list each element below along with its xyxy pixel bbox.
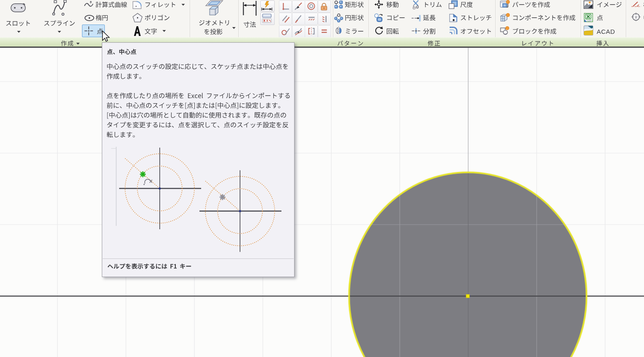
spline-icon <box>50 0 68 16</box>
dropdown-arrow-icon <box>57 30 61 33</box>
mouse-cursor-icon <box>102 30 111 43</box>
vertical-constraint-icon <box>319 14 329 23</box>
ellipse-icon <box>84 15 95 21</box>
dropdown-arrow-icon <box>162 30 166 32</box>
sketch-canvas[interactable] <box>0 48 644 357</box>
equal-constraint-icon <box>319 27 329 36</box>
scale-icon <box>448 0 458 9</box>
tooltip-popup: 点、中心点 中心点のスイッチの設定に応じて、スケッチ点または中心点を作成します。… <box>102 42 295 277</box>
move-icon <box>374 0 384 9</box>
rectangular-pattern-label: 矩形状 <box>345 1 364 9</box>
tooltip-paragraph2-line5 <box>106 131 139 139</box>
centerline-icon <box>631 13 642 21</box>
text-icon <box>133 26 142 36</box>
ellipse-label: 楕円 <box>96 14 108 22</box>
constraint-concentric-button[interactable] <box>305 0 318 13</box>
rotate-icon <box>374 26 384 36</box>
circle-center-point[interactable] <box>466 294 469 298</box>
dropdown-arrow-icon <box>232 27 236 29</box>
symmetric-constraint-icon <box>307 27 316 36</box>
slot-button-label: スロット <box>5 20 31 27</box>
excel-point-label: 点 <box>597 14 603 22</box>
equation-curve-icon <box>84 1 94 8</box>
perpendicular-constraint-icon <box>281 2 290 11</box>
constraint-collinear-button[interactable] <box>292 13 305 25</box>
constraint-tangent-button[interactable] <box>279 25 292 38</box>
constraint-horizontal-button[interactable] <box>305 13 318 25</box>
constraint-equal-button[interactable] <box>318 25 331 38</box>
auto-dimension-button[interactable] <box>260 0 275 12</box>
tooltip-paragraph2-line4 <box>106 121 289 129</box>
constraint-settings-button-glyph <box>261 13 273 24</box>
parallel-constraint-icon <box>281 14 290 23</box>
constraint-smooth-button[interactable] <box>292 25 305 38</box>
tooltip-paragraph1-line1 <box>106 63 289 71</box>
trim-label: トリム <box>423 1 442 9</box>
collinear-constraint-icon <box>294 14 303 23</box>
project-geometry-icon <box>205 0 224 18</box>
extend-label: 延長 <box>423 14 436 22</box>
create-part-label: パーツを作成 <box>512 1 550 9</box>
extend-icon <box>411 14 421 22</box>
constraint-parallel-button[interactable] <box>279 13 292 25</box>
move-label: 移動 <box>386 1 399 9</box>
sketch-point-marker-green <box>140 171 146 177</box>
coincident-constraint-icon <box>294 2 303 11</box>
create-block-label: ブロックを作成 <box>512 28 557 36</box>
mirror-icon <box>334 26 343 35</box>
center-point-marker-gray <box>220 194 226 200</box>
smooth-constraint-icon <box>294 27 303 36</box>
constraint-fix-lock-button[interactable] <box>318 0 331 13</box>
equation-curve-label: 計算式曲線 <box>96 1 127 9</box>
text-label: 文字 <box>145 28 157 36</box>
dimension-label: 寸法 <box>243 21 256 29</box>
tooltip-footer: ヘルプを表示するには F1 キー <box>107 263 191 270</box>
project-geometry-label-1: ジオメトリ <box>199 19 230 27</box>
dropdown-arrow-icon <box>17 30 21 33</box>
dimension-icon <box>240 0 259 16</box>
acad-icon <box>584 25 593 36</box>
acad-label: ACAD <box>597 28 615 35</box>
constraint-coincident-button[interactable] <box>292 0 305 13</box>
canvas-area[interactable] <box>0 48 644 357</box>
panel-bar-create-dropdown-icon <box>76 42 80 45</box>
tooltip-paragraph1-line2 <box>106 73 145 80</box>
mirror-label: ミラー <box>345 28 364 36</box>
image-icon <box>584 0 593 9</box>
fillet-icon <box>132 0 142 9</box>
offset-icon <box>448 26 458 36</box>
spline-button-label: スプライン <box>44 20 75 27</box>
create-part-icon <box>500 0 510 9</box>
create-component-icon <box>500 13 510 22</box>
create-component-label: コンポーネントを作成 <box>512 14 576 22</box>
split-label: 分割 <box>423 28 436 36</box>
copy-label: コピー <box>386 14 405 22</box>
split-icon <box>411 27 421 34</box>
inventor-sketch-screenshot: { "app": { "type": "cad-sketch-ribbon" }… <box>0 0 644 357</box>
auto-dimension-button-glyph <box>261 1 273 11</box>
stretch-icon <box>448 14 458 22</box>
constraint-perpendicular-button[interactable] <box>279 0 292 13</box>
constraint-symmetric-button[interactable] <box>305 25 318 38</box>
tooltip-title: 点、中心点 <box>107 49 136 56</box>
tangent-constraint-icon <box>281 27 290 36</box>
tooltip-paragraph2-line3 <box>106 112 287 119</box>
image-label: イメージ <box>597 1 622 9</box>
copy-icon <box>374 13 384 22</box>
constraint-vertical-button[interactable] <box>318 13 331 25</box>
tooltip-paragraph2-line1 <box>106 92 291 100</box>
stretch-label: ストレッチ <box>460 14 492 22</box>
point-icon <box>84 26 93 36</box>
trim-icon <box>411 0 421 9</box>
rectangular-pattern-icon <box>334 0 343 9</box>
panel-label-bar: 作成 パターン 修正 レイアウト 挿入 <box>0 37 644 47</box>
constraint-settings-button[interactable] <box>260 12 275 25</box>
tooltip-paragraph2-line2 <box>106 102 284 110</box>
slot-icon <box>10 2 27 13</box>
circular-pattern-label: 円形状 <box>345 14 364 22</box>
ribbon-bottom-edge <box>0 47 644 48</box>
dropdown-arrow-icon <box>181 3 185 6</box>
fix-lock-constraint-icon <box>319 2 329 11</box>
polygon-icon <box>132 13 143 23</box>
circular-pattern-icon <box>334 14 343 22</box>
